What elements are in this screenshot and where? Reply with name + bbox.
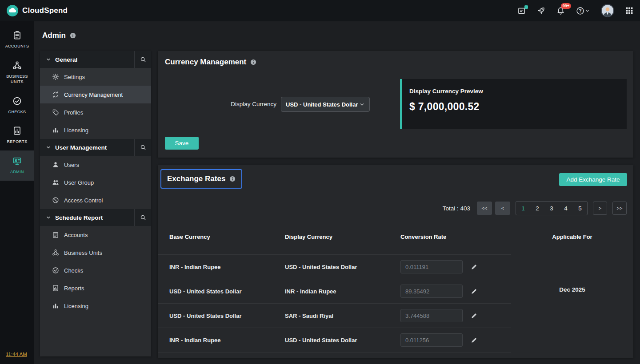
page-button-2[interactable]: 2 xyxy=(530,202,544,215)
section-search-button[interactable] xyxy=(134,209,151,226)
rail-item-business-units[interactable]: BUSINESS UNITS xyxy=(0,55,34,91)
pagination-first-button[interactable]: << xyxy=(477,202,492,215)
notifications-bell-icon[interactable]: 99+ xyxy=(556,7,565,15)
page-button-5[interactable]: 5 xyxy=(573,202,587,215)
whats-new-icon[interactable] xyxy=(517,7,526,15)
rail-item-reports[interactable]: REPORTS xyxy=(0,120,34,150)
bar-chart-icon xyxy=(52,302,59,309)
add-exchange-rate-button[interactable]: Add Exchange Rate xyxy=(559,173,627,186)
conversion-rate-input[interactable] xyxy=(400,260,463,273)
section-search-button[interactable] xyxy=(134,51,151,68)
sidebar-item-label: Licensing xyxy=(64,127,88,134)
currency-card-header: Currency Management xyxy=(158,51,633,73)
page-button-1[interactable]: 1 xyxy=(516,202,530,215)
header-base-currency: Base Currency xyxy=(169,233,285,240)
table-row: INR - Indian Rupee USD - United States D… xyxy=(158,255,511,279)
brand-logo[interactable]: CloudSpend xyxy=(7,5,68,16)
edit-icon[interactable] xyxy=(471,313,477,319)
sidebar-item-label: Accounts xyxy=(64,232,88,238)
pagination-prev-button[interactable]: < xyxy=(495,202,510,215)
search-icon xyxy=(140,144,146,150)
admin-icon xyxy=(12,156,22,166)
section-general[interactable]: General xyxy=(40,51,151,68)
pagination-next-button[interactable]: > xyxy=(593,202,607,215)
edit-icon[interactable] xyxy=(471,288,477,295)
sidebar-item-licensing-schedule[interactable]: Licensing xyxy=(40,297,151,315)
conversion-rate-input[interactable] xyxy=(400,309,463,322)
base-currency-cell: INR - Indian Rupee xyxy=(169,337,285,344)
sidebar-item-licensing[interactable]: Licensing xyxy=(40,121,151,139)
sidebar-item-business-units[interactable]: Business Units xyxy=(40,244,151,261)
rail-item-checks[interactable]: CHECKS xyxy=(0,91,34,121)
rail-item-admin[interactable]: ADMIN xyxy=(0,150,34,181)
currency-exchange-icon xyxy=(52,91,59,98)
page-title-text: Admin xyxy=(42,31,66,40)
page-title: Admin xyxy=(42,31,76,40)
help-menu[interactable] xyxy=(576,7,590,15)
total-count: Total : 403 xyxy=(443,205,470,212)
info-icon[interactable] xyxy=(70,32,76,39)
chevron-down-icon xyxy=(46,57,51,62)
table-header-row: Base Currency Display Currency Conversio… xyxy=(158,229,633,245)
section-schedule-report[interactable]: Schedule Report xyxy=(40,209,151,226)
exchange-rates-title: Exchange Rates xyxy=(160,169,242,189)
exchange-rates-rows: INR - Indian Rupee USD - United States D… xyxy=(158,254,511,358)
preview-amount: $ 7,000,000.52 xyxy=(409,101,627,113)
sidebar-item-label: Licensing xyxy=(64,303,88,309)
sidebar-item-label: Business Units xyxy=(64,249,102,256)
display-currency-cell: SAR - Saudi Riyal xyxy=(285,313,400,319)
applicable-for-cell: Dec 2025 xyxy=(511,254,633,358)
reports-icon xyxy=(52,285,59,292)
sidebar-item-accounts[interactable]: Accounts xyxy=(40,226,151,244)
sidebar-item-reports[interactable]: Reports xyxy=(40,279,151,297)
currency-card-title: Currency Management xyxy=(165,58,246,67)
sidebar-item-label: User Group xyxy=(64,179,94,186)
conversion-rate-input[interactable] xyxy=(400,333,463,347)
tag-icon xyxy=(52,109,59,116)
pagination-pages: 1 2 3 4 5 xyxy=(516,201,588,215)
sidebar-item-checks[interactable]: Checks xyxy=(40,261,151,279)
display-currency-dropdown[interactable]: USD - United States Dollar xyxy=(281,97,370,112)
chevron-down-icon xyxy=(359,102,365,107)
sidebar-item-profiles[interactable]: Profiles xyxy=(40,103,151,121)
sidebar-item-label: Checks xyxy=(64,267,83,274)
sidebar-item-users[interactable]: Users xyxy=(40,156,151,174)
accounts-icon xyxy=(12,31,22,40)
sidebar-item-label: Currency Management xyxy=(64,91,123,98)
section-search-button[interactable] xyxy=(134,139,151,156)
edit-icon[interactable] xyxy=(471,337,477,344)
conversion-rate-input[interactable] xyxy=(400,285,463,298)
display-currency-cell: USD - United States Dollar xyxy=(285,264,400,270)
section-label: User Management xyxy=(55,144,134,151)
pagination-last-button[interactable]: >> xyxy=(612,202,627,215)
base-currency-cell: USD - United States Dollar xyxy=(169,288,285,295)
page-button-3[interactable]: 3 xyxy=(544,202,559,215)
rail-label: REPORTS xyxy=(7,139,27,145)
notification-count-badge: 99+ xyxy=(561,3,571,9)
display-currency-preview-panel: Display Currency Preview $ 7,000,000.52 xyxy=(400,79,627,129)
getting-started-rocket-icon[interactable] xyxy=(537,7,545,15)
sidebar-item-currency-management[interactable]: Currency Management xyxy=(40,86,151,103)
rail-item-accounts[interactable]: ACCOUNTS xyxy=(0,25,34,55)
section-user-management[interactable]: User Management xyxy=(40,139,151,156)
edit-icon[interactable] xyxy=(471,264,477,270)
page-button-4[interactable]: 4 xyxy=(559,202,573,215)
table-row: USD - United States Dollar INR - Indian … xyxy=(158,279,511,304)
sidebar-item-user-group[interactable]: User Group xyxy=(40,174,151,191)
sidebar-item-settings[interactable]: Settings xyxy=(40,68,151,86)
checks-icon xyxy=(52,267,59,274)
user-avatar[interactable] xyxy=(601,4,614,17)
info-icon[interactable] xyxy=(250,59,256,65)
settings-gear-icon xyxy=(52,73,59,80)
info-icon[interactable] xyxy=(229,176,236,182)
display-currency-value: USD - United States Dollar xyxy=(286,101,358,108)
section-label: Schedule Report xyxy=(55,214,134,221)
user-group-icon xyxy=(52,179,59,186)
apps-grid-icon[interactable] xyxy=(625,7,633,15)
save-button[interactable]: Save xyxy=(165,137,199,150)
base-currency-cell: USD - United States Dollar xyxy=(169,313,285,319)
checks-icon xyxy=(12,96,22,106)
table-row: INR - Indian Rupee USD - United States D… xyxy=(158,328,511,352)
help-icon xyxy=(576,7,584,15)
sidebar-item-access-control[interactable]: Access Control xyxy=(40,191,151,209)
